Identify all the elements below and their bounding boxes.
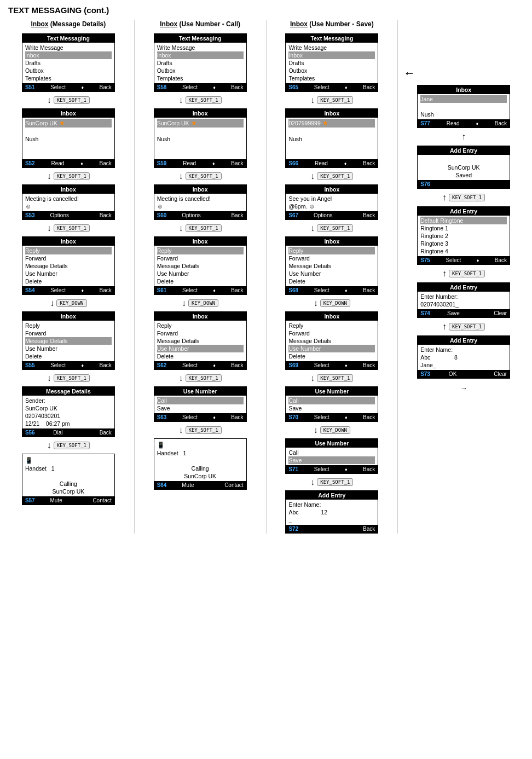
- s52-soft-left[interactable]: Read: [51, 160, 64, 166]
- s61-softkeys: S61 Select ♦ Back: [154, 286, 246, 294]
- s54-soft-right[interactable]: Back: [100, 287, 112, 293]
- s57-soft-right[interactable]: Contact: [92, 497, 111, 503]
- s63-row-0: Call: [157, 397, 244, 404]
- s64-body: 📱 Handset 1 Calling SunCorp UK: [154, 439, 246, 481]
- screen-s61: Inbox Reply Forward Message Details Use …: [154, 236, 247, 295]
- s71-soft-left[interactable]: Select: [314, 466, 329, 472]
- star-icon-s59: ★: [191, 119, 197, 127]
- s61-soft-right[interactable]: Back: [231, 287, 243, 293]
- s75-row-2: Ringtone 2: [420, 232, 507, 240]
- s77-num: S77: [420, 120, 430, 126]
- key-soft1-s59[interactable]: KEY_SOFT_1: [186, 172, 222, 180]
- key-soft1-btn-2[interactable]: KEY_SOFT_1: [54, 172, 90, 180]
- s51-row-0: Write Message: [25, 44, 112, 51]
- s67-soft-right[interactable]: Back: [363, 212, 375, 218]
- s74-soft-right[interactable]: Clear: [494, 310, 507, 316]
- key-soft1-s75[interactable]: KEY_SOFT_1: [449, 270, 485, 277]
- s51-soft-left[interactable]: Select: [50, 84, 66, 90]
- key-soft1-btn-4[interactable]: KEY_SOFT_1: [54, 374, 90, 382]
- s57-soft-left[interactable]: Mute: [50, 497, 62, 503]
- key-soft1-s71[interactable]: KEY_SOFT_1: [317, 478, 353, 486]
- key-soft1-s66[interactable]: KEY_SOFT_1: [317, 172, 353, 180]
- s55-soft-left[interactable]: Select: [50, 362, 66, 368]
- s58-soft-center: ♦: [213, 85, 216, 90]
- s66-softkeys: S66 Read ♦ Back: [286, 159, 378, 167]
- s62-row-3: Use Number: [157, 345, 244, 352]
- s70-soft-left[interactable]: Select: [314, 414, 329, 420]
- s58-soft-left[interactable]: Select: [182, 84, 198, 90]
- key-soft1-s58[interactable]: KEY_SOFT_1: [186, 96, 222, 104]
- key-soft1-s74[interactable]: KEY_SOFT_1: [449, 323, 485, 331]
- s67-soft-left[interactable]: Options: [314, 212, 332, 218]
- s54-soft-left[interactable]: Select: [50, 287, 66, 293]
- s69-soft-right[interactable]: Back: [363, 362, 375, 368]
- s77-soft-left[interactable]: Read: [447, 120, 460, 126]
- s69-soft-center: ♦: [345, 363, 348, 368]
- s74-soft-left[interactable]: Save: [447, 310, 460, 316]
- key-soft1-s60[interactable]: KEY_SOFT_1: [186, 224, 222, 232]
- s73-soft-left[interactable]: OK: [449, 371, 456, 377]
- s70-soft-right[interactable]: Back: [363, 414, 375, 420]
- s68-body: Reply Forward Message Details Use Number…: [286, 246, 378, 286]
- s55-soft-right[interactable]: Back: [100, 362, 112, 368]
- key-down-s61[interactable]: KEY_DOWN: [188, 299, 218, 307]
- s59-soft-right[interactable]: Back: [231, 160, 243, 166]
- s56-soft-left[interactable]: Dial: [53, 430, 62, 436]
- s59-soft-left[interactable]: Read: [183, 160, 196, 166]
- key-soft1-s65[interactable]: KEY_SOFT_1: [317, 96, 353, 104]
- s52-soft-right[interactable]: Back: [100, 160, 112, 166]
- s68-soft-right[interactable]: Back: [363, 287, 375, 293]
- s63-soft-center: ♦: [213, 415, 216, 420]
- screen-s53: Inbox Meeting is cancelled! ☺ S53 Option…: [22, 184, 115, 220]
- s65-soft-right[interactable]: Back: [363, 84, 375, 90]
- s66-soft-right[interactable]: Back: [363, 160, 375, 166]
- s75-soft-left[interactable]: Select: [446, 257, 461, 263]
- s77-row-0: Jane: [420, 95, 507, 103]
- s52-row-1: [25, 128, 112, 135]
- key-soft1-s63[interactable]: KEY_SOFT_1: [186, 426, 222, 434]
- page-title: TEXT MESSAGING (cont.): [8, 5, 524, 15]
- key-soft1-s76[interactable]: KEY_SOFT_1: [449, 194, 485, 201]
- key-down-s68[interactable]: KEY_DOWN: [320, 299, 350, 307]
- s70-num: S70: [288, 414, 298, 420]
- s51-title: Text Messaging: [22, 34, 114, 43]
- s52-softkeys: S52 Read ♦ Back: [22, 159, 114, 167]
- s75-soft-right[interactable]: Back: [495, 257, 507, 263]
- s66-soft-left[interactable]: Read: [315, 160, 328, 166]
- key-down-s70[interactable]: KEY_DOWN: [320, 426, 350, 434]
- s75-row-1: Ringtone 1: [420, 224, 507, 232]
- s77-soft-right[interactable]: Back: [495, 120, 507, 126]
- s71-soft-right[interactable]: Back: [363, 466, 375, 472]
- key-down-btn[interactable]: KEY_DOWN: [56, 299, 86, 307]
- s73-soft-right[interactable]: Clear: [494, 371, 507, 377]
- key-soft1-btn[interactable]: KEY_SOFT_1: [54, 96, 90, 104]
- s75-num: S75: [420, 257, 430, 263]
- s51-soft-right[interactable]: Back: [100, 84, 112, 90]
- key-soft1-btn-5[interactable]: KEY_SOFT_1: [54, 442, 90, 449]
- key-soft1-s62[interactable]: KEY_SOFT_1: [186, 374, 222, 382]
- s58-soft-right[interactable]: Back: [231, 84, 243, 90]
- s54-row-1: Forward: [25, 254, 112, 262]
- s64-soft-left[interactable]: Mute: [182, 482, 194, 488]
- s62-soft-right[interactable]: Back: [231, 362, 243, 368]
- s56-soft-right[interactable]: Back: [100, 430, 112, 436]
- s65-soft-left[interactable]: Select: [314, 84, 329, 90]
- key-soft1-s67[interactable]: KEY_SOFT_1: [317, 224, 353, 232]
- s63-soft-left[interactable]: Select: [182, 414, 198, 420]
- key-soft1-btn-3[interactable]: KEY_SOFT_1: [54, 224, 90, 232]
- s64-soft-right[interactable]: Contact: [224, 482, 243, 488]
- s53-soft-right[interactable]: Back: [100, 212, 112, 218]
- s53-soft-left[interactable]: Options: [50, 212, 69, 218]
- s60-soft-left[interactable]: Options: [182, 212, 200, 218]
- s68-soft-left[interactable]: Select: [314, 287, 329, 293]
- s69-soft-left[interactable]: Select: [314, 362, 329, 368]
- s65-soft-center: ♦: [345, 85, 348, 90]
- s59-row-1: [157, 128, 244, 135]
- s61-soft-left[interactable]: Select: [182, 287, 198, 293]
- s60-soft-right[interactable]: Back: [231, 212, 243, 218]
- s52-num: S52: [25, 160, 35, 166]
- s62-soft-left[interactable]: Select: [182, 362, 198, 368]
- s63-soft-right[interactable]: Back: [231, 414, 243, 420]
- s72-soft-right[interactable]: Back: [363, 526, 375, 532]
- key-soft1-s69[interactable]: KEY_SOFT_1: [317, 374, 353, 382]
